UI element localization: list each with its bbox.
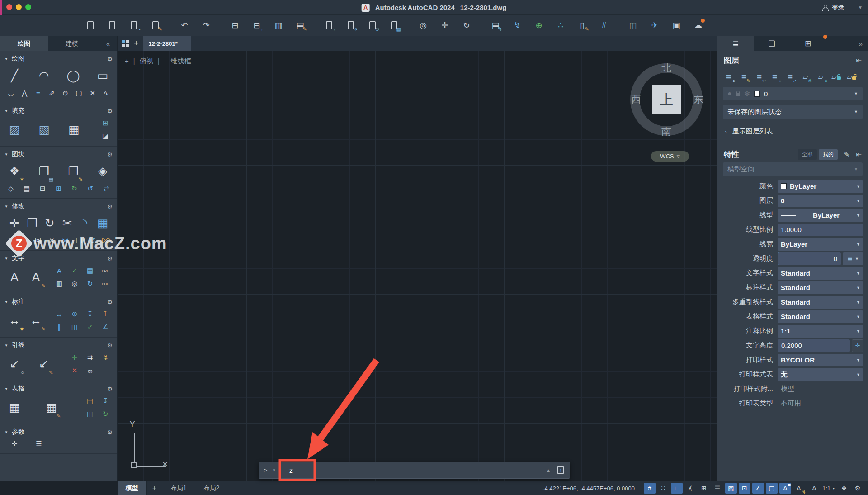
make-layer-current-icon[interactable]: ≣●	[723, 72, 734, 82]
add-leader-icon[interactable]: ✛	[69, 352, 80, 363]
edit-block-icon[interactable]: ❐✎	[65, 161, 81, 181]
pdf-import-icon[interactable]: PDF	[100, 278, 111, 289]
layer-off-icon[interactable]: ▱●	[815, 72, 826, 82]
attribute-icon[interactable]: ▤	[21, 183, 32, 194]
open-file-icon[interactable]	[107, 20, 118, 31]
save-as-icon[interactable]: ✎	[150, 20, 161, 31]
ellipse-icon[interactable]: ⊜	[60, 88, 71, 99]
annotation-scale-control[interactable]: A1:1▾	[807, 483, 836, 494]
property-control[interactable]: BYCOLOR▼	[778, 354, 863, 366]
gear-icon[interactable]: ⚙	[107, 203, 113, 210]
visual-style-control[interactable]: 二维线框	[164, 57, 191, 66]
pick-text-height-button[interactable]: ✛	[852, 339, 863, 352]
more-panels-button[interactable]: »	[859, 36, 868, 51]
new-layout-button[interactable]: +	[147, 481, 162, 495]
block-palette-icon[interactable]: ▦	[389, 20, 400, 31]
save-icon[interactable]: ▪	[128, 20, 139, 31]
offset-icon[interactable]: 回	[33, 235, 43, 246]
orbit-icon[interactable]: ↻	[461, 20, 472, 31]
new-file-icon[interactable]	[85, 20, 96, 31]
count-icon[interactable]: #	[599, 20, 609, 31]
remove-leader-icon[interactable]: ✕	[69, 365, 80, 376]
section-header-dimension[interactable]: ▼标注⚙	[5, 296, 113, 307]
command-share-icon[interactable]: ↑	[557, 466, 564, 474]
polyline-icon[interactable]: ⋀	[19, 88, 30, 99]
transparency-toggle-icon[interactable]: ▨	[725, 483, 737, 494]
line-icon[interactable]: ╱	[6, 66, 23, 86]
collapse-panel-button[interactable]: «	[99, 36, 117, 51]
login-button[interactable]: 登录	[822, 0, 844, 15]
rotate-copy-icon[interactable]: ↺	[87, 235, 98, 246]
pan-icon[interactable]: ✛	[439, 20, 450, 31]
gear-icon[interactable]: ⚙	[107, 255, 113, 262]
property-control[interactable]: 不可用	[778, 397, 863, 410]
layer-states-selector[interactable]: 未保存的图层状态 ▼	[723, 105, 863, 119]
geolocation-icon[interactable]: ⊕	[533, 20, 544, 31]
dim-jog-icon[interactable]: ⊺	[100, 309, 111, 319]
collect-leader-icon[interactable]: ∞	[85, 365, 95, 376]
trim-icon[interactable]: ✂	[59, 213, 75, 233]
compass-north-label[interactable]: 北	[661, 62, 671, 75]
property-control[interactable]: Standard▼	[778, 267, 863, 280]
dim-check-icon[interactable]: ✓	[85, 322, 95, 333]
command-expand-caret-icon[interactable]: ▲	[546, 468, 551, 473]
mtext-icon[interactable]: A	[6, 267, 23, 287]
render-icon[interactable]: ▣	[671, 20, 682, 31]
text-align-icon[interactable]: ▥	[54, 278, 65, 289]
stretch-icon[interactable]: ↔	[19, 235, 30, 246]
purge-broom-icon[interactable]: ⌦	[101, 235, 112, 246]
property-control[interactable]: 无▼	[778, 368, 863, 381]
layer-previous-icon[interactable]: ≣↩	[754, 72, 765, 82]
leader-brush-icon[interactable]: ↙✎	[36, 354, 52, 374]
annotation-visibility-icon[interactable]: A	[779, 483, 791, 494]
hatch-pattern-icon[interactable]: ▧	[36, 120, 52, 140]
attach-icon[interactable]: ⊕	[367, 20, 378, 31]
save-block-icon[interactable]: ⊟	[37, 183, 48, 194]
wipeout-icon[interactable]: ◪	[100, 131, 111, 142]
filter-mine-button[interactable]: 我的	[819, 149, 838, 160]
leader-icon[interactable]: ↙○	[6, 354, 23, 374]
command-prompt[interactable]: >_ ▼	[259, 466, 282, 474]
section-header-table[interactable]: ▼表格⚙	[5, 383, 113, 394]
text-height-input[interactable]: 0.2000	[778, 339, 850, 352]
dim-quick-icon[interactable]: ↔✸	[6, 311, 23, 331]
property-control[interactable]: Standard▼	[778, 296, 863, 309]
object-snap-icon[interactable]: ⊡	[739, 483, 750, 494]
wcs-selector[interactable]: WCS ▽	[651, 151, 689, 162]
arc-3point-icon[interactable]: ◡	[5, 88, 16, 99]
fillet-icon[interactable]: ◝	[77, 213, 93, 233]
section-header-hatch[interactable]: ▼填充⚙	[5, 105, 113, 116]
cloud-upload-icon[interactable]: ☁	[693, 20, 703, 31]
compass-west-label[interactable]: 西	[631, 93, 641, 106]
new-drawing-tab-button[interactable]: +	[134, 39, 139, 48]
property-control[interactable]: 0▼	[778, 195, 863, 207]
layer-unlock-icon[interactable]: ▱	[846, 72, 857, 82]
transparency-input[interactable]: 0	[778, 252, 841, 265]
table-update-icon[interactable]: ↻	[100, 409, 111, 419]
gear-icon[interactable]: ⚙	[107, 342, 113, 349]
filter-all-button[interactable]: 全部	[798, 149, 817, 160]
view-direction-control[interactable]: 俯视	[140, 57, 153, 66]
table-export-icon[interactable]: ↧	[100, 395, 111, 406]
break-icon[interactable]: ✕	[87, 88, 98, 99]
add-block-icon[interactable]: ⊞	[53, 183, 64, 194]
dim-angle-icon[interactable]: ∠	[100, 322, 111, 333]
layer-selector[interactable]: ● ✻ 0 ▼	[723, 87, 863, 100]
gear-icon[interactable]: ⚙	[107, 299, 113, 305]
property-control[interactable]: Standard▼	[778, 310, 863, 323]
plot-preview-icon[interactable]: ▤✎	[295, 20, 306, 31]
find-text-icon[interactable]: ◎	[69, 278, 80, 289]
text-underline-icon[interactable]: A	[54, 265, 65, 276]
boundary-icon[interactable]: ⊞	[100, 118, 111, 129]
gear-icon[interactable]: ⚙	[107, 56, 113, 62]
layout-tab-模型[interactable]: 模型	[118, 481, 147, 495]
layer-lock-icon[interactable]: ▱	[830, 72, 842, 82]
join-icon[interactable]: ⋈	[60, 235, 71, 246]
dim-inspect-icon[interactable]: ◫	[69, 322, 80, 333]
data-link-icon[interactable]: ▤	[85, 395, 95, 406]
block-update-icon[interactable]: ↺	[85, 183, 96, 194]
gear-icon[interactable]: ⚙	[107, 386, 113, 392]
share-drawing-icon[interactable]: ✈	[649, 20, 660, 31]
calculator-tab[interactable]: ⊞	[790, 36, 826, 51]
spell-check-icon[interactable]: ✓	[69, 265, 80, 276]
